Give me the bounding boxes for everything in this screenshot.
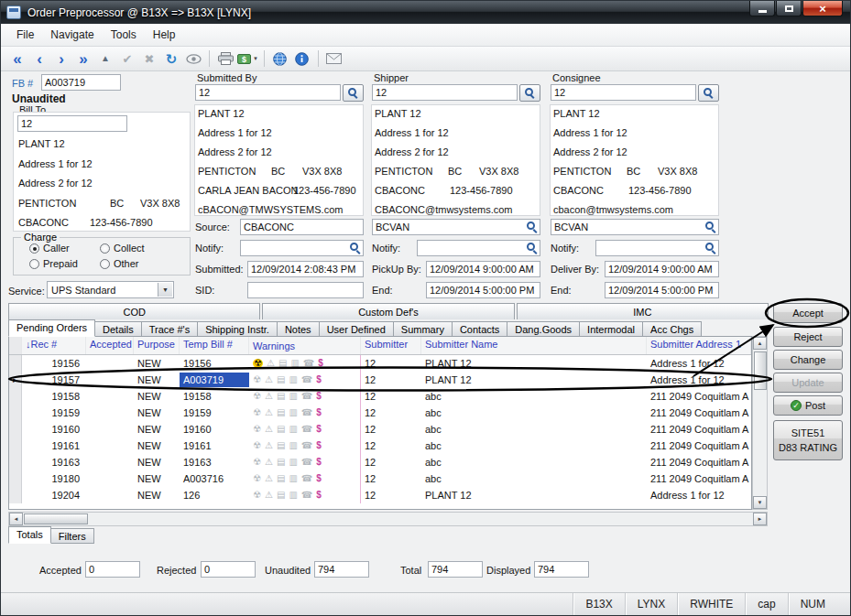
print-icon[interactable] [215,49,235,69]
shipper-lookup-button[interactable] [519,84,540,102]
mail-icon[interactable] [324,49,344,69]
accepted-total-field[interactable]: 0 [85,561,140,578]
info-icon[interactable] [292,49,312,69]
cell-temp-bill[interactable]: A003719 [180,373,249,387]
consignee-site-input[interactable]: BCVAN [551,219,719,235]
cell-warnings[interactable]: ☢⚠▤▥☎$ [249,470,361,487]
change-button[interactable]: Change [773,350,843,370]
bill-to-code-input[interactable]: 12 [17,115,127,132]
tab-user-defined[interactable]: User Defined [320,321,394,337]
cell-accepted[interactable] [86,378,134,382]
cell-temp-bill[interactable]: 19159 [180,405,249,420]
vertical-scroll-thumb[interactable] [754,351,767,390]
tab-intermodal[interactable]: Intermodal [580,321,643,337]
cell-submitter[interactable]: 12 [361,422,421,437]
shipper-site-input[interactable]: BCVAN [372,219,540,235]
cell-purpose[interactable]: NEW [134,389,180,404]
cell-temp-bill[interactable]: 19161 [180,438,249,453]
displayed-total-field[interactable]: 794 [534,561,589,578]
cell-purpose[interactable]: NEW [134,356,180,371]
pickup-end-input[interactable]: 12/09/2014 5:00:00 PM [426,282,540,298]
cell-submitter-name[interactable]: abc [421,438,647,453]
dropdown-arrow-icon[interactable]: ▼ [158,283,172,297]
table-row[interactable]: ►19157NEWA003719☢⚠▤▥☎$12PLANT 12Address … [9,372,751,388]
cell-accepted[interactable] [86,493,134,497]
submitted-by-code-input[interactable]: 12 [195,84,341,101]
maximize-button[interactable] [776,1,802,16]
rejected-total-field[interactable]: 0 [201,561,256,578]
cell-temp-bill[interactable]: A003716 [180,471,249,486]
scroll-up-icon[interactable]: ▲ [753,337,767,350]
cancel-icon[interactable]: ✖ [139,49,159,69]
collapse-icon[interactable]: ▲ [95,49,115,69]
charge-radio-other[interactable] [100,259,110,269]
cell-rec[interactable]: 19161 [22,438,86,453]
last-record-icon[interactable]: » [73,49,93,69]
cell-submitter-address[interactable]: 211 2049 Coquitlam A [647,422,751,437]
scroll-left-icon[interactable]: ◄ [9,513,23,525]
cell-accepted[interactable] [86,460,134,464]
scroll-right-icon[interactable]: ► [753,513,767,525]
menu-file[interactable]: File [8,26,42,44]
tab-totals[interactable]: Totals [8,526,51,544]
tab-shipping-instr[interactable]: Shipping Instr. [198,321,278,337]
table-row[interactable]: 19180NEWA003716☢⚠▤▥☎$12abc211 2049 Coqui… [9,470,751,487]
cell-accepted[interactable] [86,394,134,398]
cell-accepted[interactable] [86,411,134,415]
cell-warnings[interactable]: ☢⚠▤▥☎$ [249,355,361,372]
rate-icon[interactable]: $▼ [237,49,258,69]
cell-submitter-name[interactable]: abc [421,389,647,404]
table-row[interactable]: 19163NEW19163☢⚠▤▥☎$12abc211 2049 Coquitl… [9,454,751,470]
cell-submitter[interactable]: 12 [361,356,421,371]
cell-temp-bill[interactable]: 19160 [180,422,249,437]
tab-acc-chgs[interactable]: Acc Chgs [643,321,702,337]
service-combo[interactable]: UPS Standard ▼ [47,281,174,298]
charge-radio-caller[interactable] [29,243,39,254]
next-record-icon[interactable]: › [51,49,71,69]
cell-purpose[interactable]: NEW [134,455,180,470]
cell-submitter[interactable]: 12 [361,471,421,486]
cell-accepted[interactable] [86,444,134,448]
consignee-lookup-button[interactable] [698,84,719,102]
deliver-end-input[interactable]: 12/09/2014 5:00:00 PM [605,282,719,298]
table-row[interactable]: 19160NEW19160☢⚠▤▥☎$12abc211 2049 Coquitl… [9,421,751,438]
refresh-icon[interactable]: ↻ [161,49,181,69]
deliver-by-input[interactable]: 12/09/2014 9:00:00 AM [605,261,719,277]
submitted-datetime-input[interactable]: 12/09/2014 2:08:43 PM [247,261,364,277]
cell-submitter-address[interactable]: 211 2049 Coquitlam A [647,455,751,470]
column-header-rec[interactable]: ↓Rec # [22,337,86,354]
sid-input[interactable] [247,282,364,298]
cell-submitter-address[interactable]: Address 1 for 12 [647,373,751,387]
cell-purpose[interactable]: NEW [134,488,180,503]
tab-dang-goods[interactable]: Dang.Goods [507,321,580,337]
cell-warnings[interactable]: ☢⚠▤▥☎$ [249,438,361,454]
source-input[interactable]: CBACONC [240,219,364,235]
cell-warnings[interactable]: ☢⚠▤▥☎$ [249,421,361,438]
cell-rec[interactable]: 19158 [22,389,86,404]
cell-submitter-address[interactable]: 211 2049 Coquitlam A [647,389,751,404]
tab-cod[interactable]: COD [8,303,260,319]
cell-rec[interactable]: 19159 [22,405,86,420]
shipper-notify-input[interactable] [417,240,540,256]
menu-tools[interactable]: Tools [103,26,145,44]
table-row[interactable]: 19159NEW19159☢⚠▤▥☎$12abc211 2049 Coquitl… [9,405,751,421]
unaudited-total-field[interactable]: 794 [314,561,369,578]
close-button[interactable]: × [802,1,843,16]
cell-submitter[interactable]: 12 [361,455,421,470]
post-button[interactable]: ✓ Post [773,395,843,416]
cell-submitter-name[interactable]: PLANT 12 [421,373,647,387]
cell-submitter-address[interactable]: 211 2049 Coquitlam A [647,471,751,486]
column-header-warnings[interactable]: Warnings [249,337,361,354]
column-header-marker[interactable] [9,337,22,354]
cell-submitter[interactable]: 12 [361,488,421,503]
cell-submitter-address[interactable]: 211 2049 Coquitlam A [647,405,751,420]
submitted-by-lookup-button[interactable] [343,84,364,102]
charge-radio-prepaid[interactable] [29,259,39,269]
cell-rec[interactable]: 19180 [22,471,86,486]
pickup-by-input[interactable]: 12/09/2014 9:00:00 AM [426,261,540,277]
cell-submitter-name[interactable]: PLANT 12 [421,488,647,503]
cell-submitter-address[interactable]: 211 2049 Coquitlam A [647,438,751,453]
cell-submitter[interactable]: 12 [361,389,421,404]
update-button[interactable]: Update [773,373,843,393]
cell-temp-bill[interactable]: 19156 [180,356,249,371]
